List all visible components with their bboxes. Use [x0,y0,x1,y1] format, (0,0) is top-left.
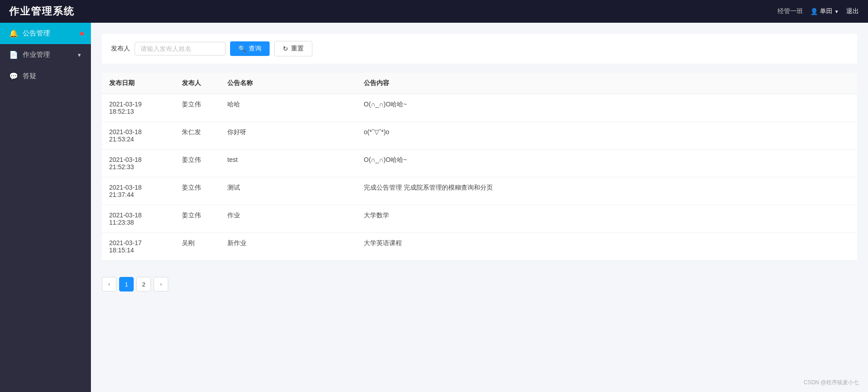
cell-content: 大学数学 [356,205,857,233]
sidebar-item-label-homework: 作业管理 [23,50,50,59]
topbar-class: 经管一班 [778,7,803,15]
cell-title: 你好呀 [220,122,356,150]
prev-page-button[interactable]: ‹ [102,277,116,291]
col-header-publisher: 发布人 [175,73,220,94]
col-header-content: 公告内容 [356,73,857,94]
notice-badge [80,32,84,35]
table-row: 2021-03-18 21:52:33 姜立伟 test O(∩_∩)O哈哈~ [102,150,857,177]
search-bar: 发布人 🔍 查询 ↻ 重置 [102,34,857,64]
app-title: 作业管理系统 [9,5,75,18]
cell-publisher: 姜立伟 [175,205,220,233]
sidebar-item-label-qa: 答疑 [23,72,36,80]
cell-title: 新作业 [220,233,356,261]
table-header-row: 发布日期 发布人 公告名称 公告内容 [102,73,857,94]
cell-title: 作业 [220,205,356,233]
footer-watermark: CSDN @程序猿麦小七 [803,379,859,387]
search-input[interactable] [135,42,226,55]
user-icon: 👤 [810,8,818,15]
sidebar-item-notice[interactable]: 🔔 公告管理 [0,23,91,44]
search-label: 发布人 [111,45,130,53]
sidebar-item-label-notice: 公告管理 [23,29,50,38]
query-button[interactable]: 🔍 查询 [230,41,270,56]
table-row: 2021-03-19 18:52:13 姜立伟 哈哈 O(∩_∩)O哈哈~ [102,94,857,122]
cell-content: 完成公告管理 完成院系管理的模糊查询和分页 [356,177,857,205]
page-button-1[interactable]: 1 [119,277,134,291]
cell-content: O(∩_∩)O哈哈~ [356,150,857,177]
cell-title: 哈哈 [220,94,356,122]
table-row: 2021-03-18 11:23:38 姜立伟 作业 大学数学 [102,205,857,233]
bell-icon: 🔔 [9,29,18,38]
topbar-username: 单田 [820,7,833,15]
cell-date: 2021-03-19 18:52:13 [102,94,175,122]
chat-icon: 💬 [9,72,18,80]
next-page-button[interactable]: › [154,277,168,291]
cell-content: O(∩_∩)O哈哈~ [356,94,857,122]
logout-button[interactable]: 退出 [846,7,859,15]
cell-date: 2021-03-18 21:37:44 [102,177,175,205]
user-chevron-icon: ▼ [834,9,839,14]
cell-content: 大学英语课程 [356,233,857,261]
main-content: 发布人 🔍 查询 ↻ 重置 发布日期 发布人 公告名称 公告内容 [91,23,868,392]
table-row: 2021-03-17 18:15:14 吴刚 新作业 大学英语课程 [102,233,857,261]
cell-publisher: 姜立伟 [175,94,220,122]
cell-publisher: 吴刚 [175,233,220,261]
pagination: ‹ 1 2 › [102,270,857,293]
cell-date: 2021-03-18 21:53:24 [102,122,175,150]
cell-date: 2021-03-18 21:52:33 [102,150,175,177]
cell-date: 2021-03-17 18:15:14 [102,233,175,261]
page-button-2[interactable]: 2 [136,277,151,291]
topbar-right: 经管一班 👤 单田 ▼ 退出 [778,7,859,15]
cell-title: 测试 [220,177,356,205]
announcement-table: 发布日期 发布人 公告名称 公告内容 2021-03-19 18:52:13 姜… [102,73,857,261]
reset-button[interactable]: ↻ 重置 [274,41,312,56]
cell-content: o(*ˇ▽ˇ*)o [356,122,857,150]
reset-icon: ↻ [283,45,288,52]
layout: 🔔 公告管理 📄 作业管理 ▼ 💬 答疑 发布人 🔍 查询 ↻ 重置 [0,23,868,392]
doc-icon: 📄 [9,50,18,59]
sidebar-item-homework[interactable]: 📄 作业管理 ▼ [0,44,91,65]
sidebar-item-qa[interactable]: 💬 答疑 [0,65,91,87]
col-header-title: 公告名称 [220,73,356,94]
homework-chevron-icon: ▼ [77,52,82,58]
cell-date: 2021-03-18 11:23:38 [102,205,175,233]
search-icon: 🔍 [238,45,246,52]
sidebar: 🔔 公告管理 📄 作业管理 ▼ 💬 答疑 [0,23,91,392]
table-row: 2021-03-18 21:37:44 姜立伟 测试 完成公告管理 完成院系管理… [102,177,857,205]
table-row: 2021-03-18 21:53:24 朱仁发 你好呀 o(*ˇ▽ˇ*)o [102,122,857,150]
cell-publisher: 姜立伟 [175,177,220,205]
cell-title: test [220,150,356,177]
col-header-date: 发布日期 [102,73,175,94]
cell-publisher: 朱仁发 [175,122,220,150]
topbar-user-menu[interactable]: 👤 单田 ▼ [810,7,839,15]
cell-publisher: 姜立伟 [175,150,220,177]
topbar: 作业管理系统 经管一班 👤 单田 ▼ 退出 [0,0,868,23]
